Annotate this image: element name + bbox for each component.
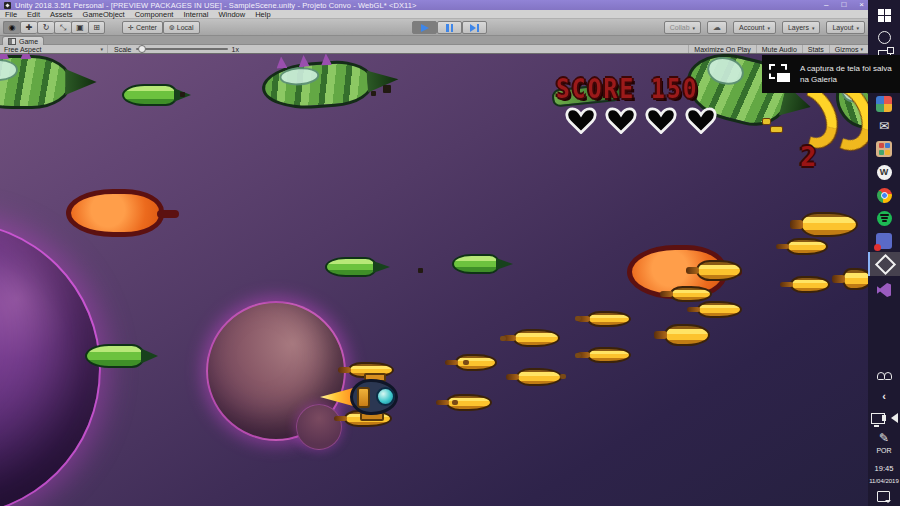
play-button[interactable] xyxy=(412,21,437,34)
cloud-button[interactable]: ☁ xyxy=(707,21,727,34)
enemy-ship xyxy=(261,58,376,112)
muzzle-spark xyxy=(560,374,566,379)
store-app-icon[interactable] xyxy=(874,139,894,159)
gizmos-label: Gizmos xyxy=(835,46,859,53)
unity-taskbar-icon[interactable] xyxy=(868,252,900,276)
screenshot-icon xyxy=(769,64,793,84)
debris-chunk xyxy=(383,85,391,93)
muzzle-spark xyxy=(575,316,581,321)
tray-chevron-icon[interactable]: ‹ xyxy=(874,386,894,406)
game-layer: SCORE 1502 xyxy=(0,54,868,506)
maximize-button[interactable]: □ xyxy=(841,0,846,10)
clock-date[interactable]: 11/04/2019 xyxy=(868,477,900,486)
maximize-on-play-button[interactable]: Maximize On Play xyxy=(688,45,755,53)
player-bullet xyxy=(670,286,712,302)
gallery-app-icon[interactable] xyxy=(874,94,894,114)
stats-label: Stats xyxy=(808,46,824,53)
cortana-button[interactable] xyxy=(874,27,894,47)
close-button[interactable]: × xyxy=(859,0,864,10)
desktop: Unity 2018.3.5f1 Personal - [PREVIEW PAC… xyxy=(0,0,900,506)
minimize-button[interactable]: – xyxy=(824,0,828,10)
debris-chunk xyxy=(418,268,423,273)
action-center-icon[interactable] xyxy=(877,491,890,502)
notification-toast[interactable]: A captura de tela foi salva na Galeria xyxy=(762,55,900,93)
spotify-app-icon[interactable] xyxy=(874,208,894,228)
maximize-on-play-label: Maximize On Play xyxy=(694,46,750,53)
layout-dropdown[interactable]: Layout ▾ xyxy=(826,21,865,34)
language-indicator[interactable]: POR xyxy=(868,446,900,455)
rotate-tool-button[interactable]: ↻ xyxy=(37,21,54,34)
messenger-app-icon[interactable] xyxy=(874,231,894,251)
layers-dropdown[interactable]: Layers ▾ xyxy=(782,21,821,34)
menu-bar: FileEditAssetsGameObjectComponentInterna… xyxy=(0,10,868,19)
scale-tool-button[interactable]: ⤡ xyxy=(54,21,71,34)
people-icon[interactable] xyxy=(874,364,894,384)
title-bar: Unity 2018.3.5f1 Personal - [PREVIEW PAC… xyxy=(0,0,868,10)
start-button[interactable] xyxy=(874,5,894,25)
aspect-caret-icon: ▾ xyxy=(100,46,103,52)
rect-tool-button[interactable]: ▣ xyxy=(71,21,88,34)
aspect-dropdown[interactable]: Free Aspect ▾ xyxy=(0,45,108,53)
menu-item-component[interactable]: Component xyxy=(130,10,179,19)
scale-slider-knob[interactable] xyxy=(138,45,146,53)
view-tool-button[interactable]: ◉ xyxy=(3,21,20,34)
pivot-center-button[interactable]: ✛ Center xyxy=(122,21,163,34)
collab-caret-icon: ▾ xyxy=(693,25,696,31)
enemy-fireball xyxy=(66,189,164,237)
visual-studio-app-icon[interactable] xyxy=(874,280,894,300)
menu-item-internal[interactable]: Internal xyxy=(178,10,213,19)
play-icon xyxy=(421,24,429,32)
game-viewport[interactable]: SCORE 1502 xyxy=(0,54,868,506)
menu-item-assets[interactable]: Assets xyxy=(45,10,78,19)
mail-app-icon[interactable]: ✉ xyxy=(874,116,894,136)
stats-button[interactable]: Stats xyxy=(802,45,829,53)
volume-icon[interactable] xyxy=(885,408,899,428)
notification-line1: A captura de tela foi salva xyxy=(800,63,892,74)
engine-flame xyxy=(320,387,354,407)
game-view-buttons: Maximize On PlayMute AudioStatsGizmos▾ xyxy=(688,45,868,53)
gizmos-caret-icon: ▾ xyxy=(860,46,863,52)
game-view-controls: Free Aspect ▾ Scale 1x Maximize On PlayM… xyxy=(0,45,868,54)
notification-line2: na Galeria xyxy=(800,74,892,85)
player-bullet xyxy=(696,260,742,281)
game-tab[interactable]: Game xyxy=(2,36,44,45)
player-bullet xyxy=(790,276,830,293)
transform-tool-button[interactable]: ⊞ xyxy=(88,21,105,34)
clock-time[interactable]: 19:45 xyxy=(868,464,900,473)
menu-item-file[interactable]: File xyxy=(0,10,22,19)
player-bullet xyxy=(587,311,631,327)
mute-audio-label: Mute Audio xyxy=(762,46,797,53)
menu-item-gameobject[interactable]: GameObject xyxy=(78,10,130,19)
mute-audio-button[interactable]: Mute Audio xyxy=(756,45,802,53)
account-caret-icon: ▾ xyxy=(767,25,770,31)
enemy-green-bullet xyxy=(325,257,377,277)
pivot-local-button[interactable]: ⊚ Local xyxy=(163,21,200,34)
chrome-app-icon[interactable] xyxy=(874,185,894,205)
menu-item-edit[interactable]: Edit xyxy=(22,10,45,19)
score-text: SCORE 150 xyxy=(556,74,699,103)
gizmos-button[interactable]: Gizmos▾ xyxy=(829,45,868,53)
move-tool-button[interactable]: ✚ xyxy=(20,21,37,34)
player-bullet xyxy=(697,301,742,318)
game-tab-icon xyxy=(8,38,16,45)
menu-item-help[interactable]: Help xyxy=(250,10,275,19)
unity-app-icon xyxy=(4,2,11,9)
life-heart-icon xyxy=(684,106,718,134)
enemy-green-bullet xyxy=(452,254,500,274)
muzzle-spark xyxy=(463,360,469,365)
player-bullet xyxy=(786,238,828,255)
w-app-icon[interactable]: W xyxy=(874,162,894,182)
pause-button[interactable] xyxy=(437,21,462,34)
scale-slider[interactable] xyxy=(136,48,228,50)
collab-dropdown[interactable]: Collab ▾ xyxy=(664,21,701,34)
player-bullet xyxy=(800,212,858,237)
account-dropdown[interactable]: Account ▾ xyxy=(733,21,776,34)
step-icon xyxy=(470,24,479,32)
muzzle-spark xyxy=(500,336,506,341)
menu-item-window[interactable]: Window xyxy=(213,10,250,19)
enemy-green-bullet xyxy=(85,344,145,368)
step-button[interactable] xyxy=(462,21,487,34)
debris-chunk xyxy=(180,92,185,97)
pen-icon[interactable]: ✎ xyxy=(874,428,894,448)
muzzle-spark xyxy=(575,353,581,358)
